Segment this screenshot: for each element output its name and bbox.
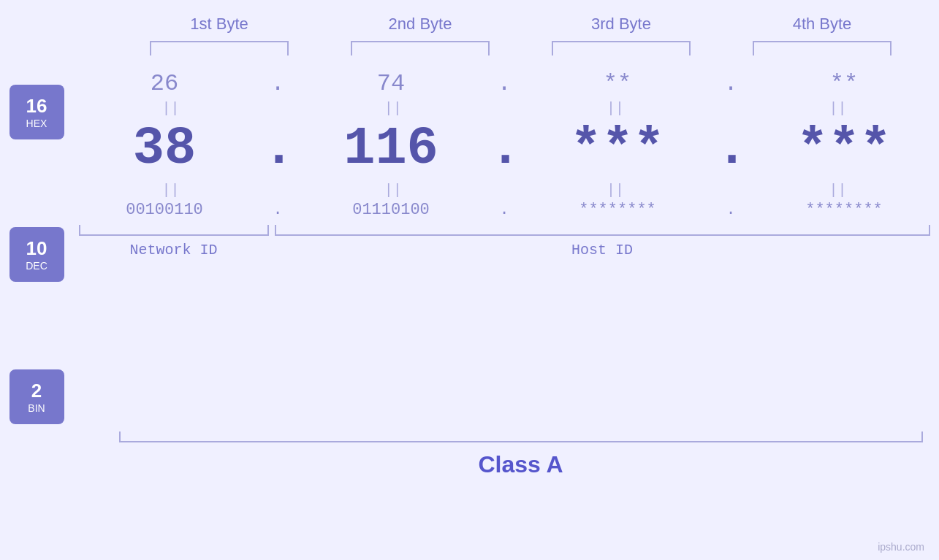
sep2-b3: ||	[528, 182, 703, 199]
top-bracket-4	[734, 41, 910, 55]
class-label: Class A	[119, 451, 923, 478]
hex-b2: 74	[318, 70, 464, 97]
dec-badge: 10 DEC	[9, 227, 64, 282]
full-bracket	[119, 431, 923, 442]
byte3-header: 3rd Byte	[533, 15, 709, 34]
sep1-b1: ||	[83, 100, 259, 117]
top-brackets	[119, 41, 923, 55]
byte4-header: 4th Byte	[734, 15, 910, 34]
network-id-label: Network ID	[79, 242, 269, 258]
dec-b2: 116	[318, 123, 464, 175]
bin-b3: ********	[544, 201, 691, 219]
dec-dot1: .	[263, 119, 292, 179]
dec-dot3: .	[716, 119, 745, 179]
ip-grid: 26 . 74 . ** . ** || || || || 38	[79, 63, 930, 258]
dec-b3: ***	[544, 123, 691, 175]
sep2-b4: ||	[750, 182, 925, 199]
byte2-header: 2nd Byte	[332, 15, 508, 34]
dec-b4: ***	[771, 123, 917, 175]
hex-dot2: .	[490, 70, 519, 97]
byte-headers: 1st Byte 2nd Byte 3rd Byte 4th Byte	[119, 15, 923, 34]
dec-b1: 38	[91, 123, 237, 175]
sep-row-2: || || || ||	[79, 179, 930, 201]
sep2-b1: ||	[83, 182, 259, 199]
top-bracket-3	[533, 41, 709, 55]
host-id-label: Host ID	[275, 242, 930, 258]
base-labels: 16 HEX 10 DEC 2 BIN	[9, 85, 64, 424]
dec-row: 38 . 116 . *** . ***	[79, 119, 930, 179]
hex-dot1: .	[263, 70, 292, 97]
watermark: ipshu.com	[878, 541, 924, 553]
bin-row: 00100110 . 01110100 . ******** . *******…	[79, 201, 930, 219]
hex-b4: **	[771, 70, 917, 97]
network-bracket	[79, 225, 269, 236]
host-bracket	[275, 225, 930, 236]
sep1-b4: ||	[750, 100, 925, 117]
hex-badge: 16 HEX	[9, 85, 64, 139]
bin-dot1: .	[263, 201, 292, 219]
content-area: 16 HEX 10 DEC 2 BIN 26 . 74 . ** . **	[9, 63, 930, 424]
bin-badge: 2 BIN	[9, 369, 64, 424]
sep-row-1: || || || ||	[79, 97, 930, 119]
sep2-b2: ||	[305, 182, 481, 199]
hex-dot3: .	[716, 70, 745, 97]
hex-b3: **	[544, 70, 691, 97]
bin-b1: 00100110	[91, 201, 237, 219]
top-bracket-1	[132, 41, 307, 55]
sep1-b3: ||	[528, 100, 703, 117]
top-bracket-2	[332, 41, 508, 55]
sep1-b2: ||	[305, 100, 481, 117]
bin-dot3: .	[716, 201, 745, 219]
full-bracket-container: Class A	[119, 431, 923, 478]
dec-dot2: .	[490, 119, 519, 179]
hex-b1: 26	[91, 70, 237, 97]
hex-row: 26 . 74 . ** . **	[79, 70, 930, 97]
bin-b2: 01110100	[318, 201, 464, 219]
byte1-header: 1st Byte	[132, 15, 307, 34]
bin-b4: ********	[771, 201, 917, 219]
network-host-brackets	[79, 225, 930, 236]
bin-dot2: .	[490, 201, 519, 219]
network-host-labels: Network ID Host ID	[79, 242, 930, 258]
